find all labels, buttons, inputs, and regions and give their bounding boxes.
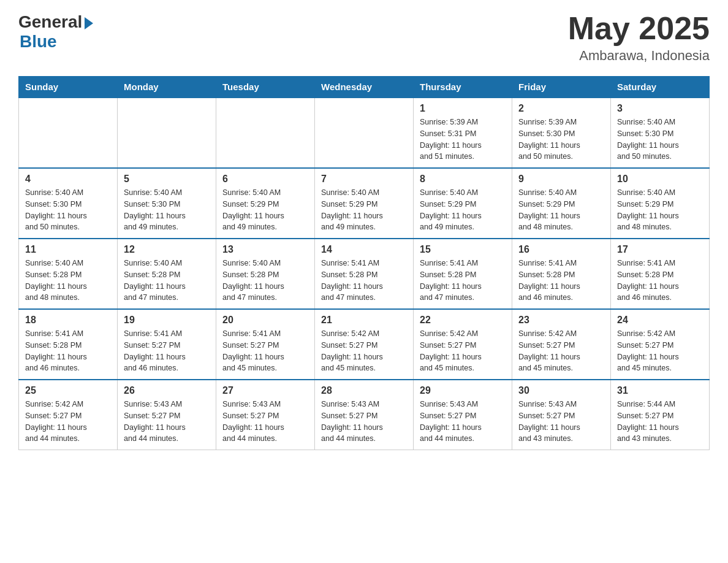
- calendar-cell: 7Sunrise: 5:40 AMSunset: 5:29 PMDaylight…: [315, 168, 414, 239]
- logo-general-text: General: [18, 12, 82, 32]
- day-number: 8: [420, 174, 506, 185]
- day-info: Sunrise: 5:40 AMSunset: 5:30 PMDaylight:…: [617, 117, 703, 163]
- day-info: Sunrise: 5:40 AMSunset: 5:30 PMDaylight:…: [124, 187, 210, 233]
- day-info: Sunrise: 5:43 AMSunset: 5:27 PMDaylight:…: [518, 399, 604, 445]
- column-header-monday: Monday: [118, 77, 216, 98]
- day-info: Sunrise: 5:43 AMSunset: 5:27 PMDaylight:…: [321, 399, 407, 445]
- day-info: Sunrise: 5:40 AMSunset: 5:29 PMDaylight:…: [222, 187, 308, 233]
- day-info: Sunrise: 5:41 AMSunset: 5:28 PMDaylight:…: [25, 328, 111, 374]
- calendar-cell: 2Sunrise: 5:39 AMSunset: 5:30 PMDaylight…: [512, 98, 611, 168]
- calendar-cell: 28Sunrise: 5:43 AMSunset: 5:27 PMDayligh…: [315, 380, 414, 450]
- day-info: Sunrise: 5:40 AMSunset: 5:30 PMDaylight:…: [25, 187, 111, 233]
- calendar-cell: 6Sunrise: 5:40 AMSunset: 5:29 PMDaylight…: [216, 168, 315, 239]
- week-row-3: 11Sunrise: 5:40 AMSunset: 5:28 PMDayligh…: [19, 239, 710, 309]
- calendar-cell: 21Sunrise: 5:42 AMSunset: 5:27 PMDayligh…: [315, 309, 414, 380]
- title-block: May 2025 Ambarawa, Indonesia: [568, 12, 710, 64]
- column-header-friday: Friday: [512, 77, 611, 98]
- day-number: 25: [25, 385, 111, 396]
- calendar-cell: 25Sunrise: 5:42 AMSunset: 5:27 PMDayligh…: [19, 380, 118, 450]
- calendar-cell: 12Sunrise: 5:40 AMSunset: 5:28 PMDayligh…: [118, 239, 216, 309]
- day-number: 5: [124, 174, 210, 185]
- day-number: 23: [518, 315, 604, 326]
- day-number: 15: [420, 244, 506, 255]
- day-number: 18: [25, 315, 111, 326]
- week-row-2: 4Sunrise: 5:40 AMSunset: 5:30 PMDaylight…: [19, 168, 710, 239]
- day-info: Sunrise: 5:42 AMSunset: 5:27 PMDaylight:…: [25, 399, 111, 445]
- day-info: Sunrise: 5:40 AMSunset: 5:29 PMDaylight:…: [617, 187, 703, 233]
- day-number: 3: [617, 103, 703, 114]
- day-info: Sunrise: 5:40 AMSunset: 5:28 PMDaylight:…: [124, 258, 210, 304]
- day-info: Sunrise: 5:41 AMSunset: 5:27 PMDaylight:…: [124, 328, 210, 374]
- day-number: 31: [617, 385, 703, 396]
- day-number: 6: [222, 174, 308, 185]
- day-info: Sunrise: 5:41 AMSunset: 5:28 PMDaylight:…: [420, 258, 506, 304]
- calendar-cell: 16Sunrise: 5:41 AMSunset: 5:28 PMDayligh…: [512, 239, 611, 309]
- calendar-cell: [118, 98, 216, 168]
- calendar-header-row: SundayMondayTuesdayWednesdayThursdayFrid…: [19, 77, 710, 98]
- week-row-5: 25Sunrise: 5:42 AMSunset: 5:27 PMDayligh…: [19, 380, 710, 450]
- day-info: Sunrise: 5:42 AMSunset: 5:27 PMDaylight:…: [518, 328, 604, 374]
- calendar-cell: [19, 98, 118, 168]
- day-info: Sunrise: 5:41 AMSunset: 5:28 PMDaylight:…: [617, 258, 703, 304]
- calendar-cell: 17Sunrise: 5:41 AMSunset: 5:28 PMDayligh…: [611, 239, 710, 309]
- day-number: 2: [518, 103, 604, 114]
- logo-blue-text: Blue: [20, 32, 57, 52]
- logo-arrow-icon: [85, 17, 93, 29]
- day-info: Sunrise: 5:41 AMSunset: 5:27 PMDaylight:…: [222, 328, 308, 374]
- calendar-cell: 1Sunrise: 5:39 AMSunset: 5:31 PMDaylight…: [414, 98, 512, 168]
- day-number: 21: [321, 315, 407, 326]
- day-info: Sunrise: 5:39 AMSunset: 5:31 PMDaylight:…: [420, 117, 506, 163]
- day-info: Sunrise: 5:42 AMSunset: 5:27 PMDaylight:…: [617, 328, 703, 374]
- day-info: Sunrise: 5:43 AMSunset: 5:27 PMDaylight:…: [124, 399, 210, 445]
- calendar-cell: 15Sunrise: 5:41 AMSunset: 5:28 PMDayligh…: [414, 239, 512, 309]
- day-number: 27: [222, 385, 308, 396]
- calendar-cell: 13Sunrise: 5:40 AMSunset: 5:28 PMDayligh…: [216, 239, 315, 309]
- day-number: 14: [321, 244, 407, 255]
- calendar-cell: 29Sunrise: 5:43 AMSunset: 5:27 PMDayligh…: [414, 380, 512, 450]
- day-info: Sunrise: 5:42 AMSunset: 5:27 PMDaylight:…: [321, 328, 407, 374]
- day-number: 16: [518, 244, 604, 255]
- column-header-tuesday: Tuesday: [216, 77, 315, 98]
- day-number: 28: [321, 385, 407, 396]
- day-info: Sunrise: 5:39 AMSunset: 5:30 PMDaylight:…: [518, 117, 604, 163]
- day-number: 4: [25, 174, 111, 185]
- calendar-cell: 3Sunrise: 5:40 AMSunset: 5:30 PMDaylight…: [611, 98, 710, 168]
- day-number: 9: [518, 174, 604, 185]
- calendar-cell: 11Sunrise: 5:40 AMSunset: 5:28 PMDayligh…: [19, 239, 118, 309]
- column-header-sunday: Sunday: [19, 77, 118, 98]
- day-number: 13: [222, 244, 308, 255]
- calendar-cell: 5Sunrise: 5:40 AMSunset: 5:30 PMDaylight…: [118, 168, 216, 239]
- column-header-saturday: Saturday: [611, 77, 710, 98]
- day-info: Sunrise: 5:40 AMSunset: 5:29 PMDaylight:…: [518, 187, 604, 233]
- calendar-cell: 26Sunrise: 5:43 AMSunset: 5:27 PMDayligh…: [118, 380, 216, 450]
- day-info: Sunrise: 5:40 AMSunset: 5:29 PMDaylight:…: [321, 187, 407, 233]
- day-info: Sunrise: 5:40 AMSunset: 5:28 PMDaylight:…: [222, 258, 308, 304]
- day-number: 20: [222, 315, 308, 326]
- calendar-cell: 24Sunrise: 5:42 AMSunset: 5:27 PMDayligh…: [611, 309, 710, 380]
- calendar-cell: 4Sunrise: 5:40 AMSunset: 5:30 PMDaylight…: [19, 168, 118, 239]
- day-number: 17: [617, 244, 703, 255]
- day-info: Sunrise: 5:42 AMSunset: 5:27 PMDaylight:…: [420, 328, 506, 374]
- day-number: 22: [420, 315, 506, 326]
- day-info: Sunrise: 5:40 AMSunset: 5:28 PMDaylight:…: [25, 258, 111, 304]
- calendar-cell: 9Sunrise: 5:40 AMSunset: 5:29 PMDaylight…: [512, 168, 611, 239]
- calendar-cell: 19Sunrise: 5:41 AMSunset: 5:27 PMDayligh…: [118, 309, 216, 380]
- day-number: 24: [617, 315, 703, 326]
- day-info: Sunrise: 5:41 AMSunset: 5:28 PMDaylight:…: [518, 258, 604, 304]
- calendar-cell: [315, 98, 414, 168]
- calendar-cell: 27Sunrise: 5:43 AMSunset: 5:27 PMDayligh…: [216, 380, 315, 450]
- week-row-1: 1Sunrise: 5:39 AMSunset: 5:31 PMDaylight…: [19, 98, 710, 168]
- day-info: Sunrise: 5:44 AMSunset: 5:27 PMDaylight:…: [617, 399, 703, 445]
- day-number: 10: [617, 174, 703, 185]
- day-number: 7: [321, 174, 407, 185]
- day-info: Sunrise: 5:41 AMSunset: 5:28 PMDaylight:…: [321, 258, 407, 304]
- calendar-cell: 8Sunrise: 5:40 AMSunset: 5:29 PMDaylight…: [414, 168, 512, 239]
- month-title: May 2025: [568, 12, 710, 44]
- column-header-thursday: Thursday: [414, 77, 512, 98]
- day-number: 19: [124, 315, 210, 326]
- column-header-wednesday: Wednesday: [315, 77, 414, 98]
- page-header: General Blue May 2025 Ambarawa, Indonesi…: [18, 12, 710, 64]
- day-number: 12: [124, 244, 210, 255]
- calendar-cell: 18Sunrise: 5:41 AMSunset: 5:28 PMDayligh…: [19, 309, 118, 380]
- day-info: Sunrise: 5:40 AMSunset: 5:29 PMDaylight:…: [420, 187, 506, 233]
